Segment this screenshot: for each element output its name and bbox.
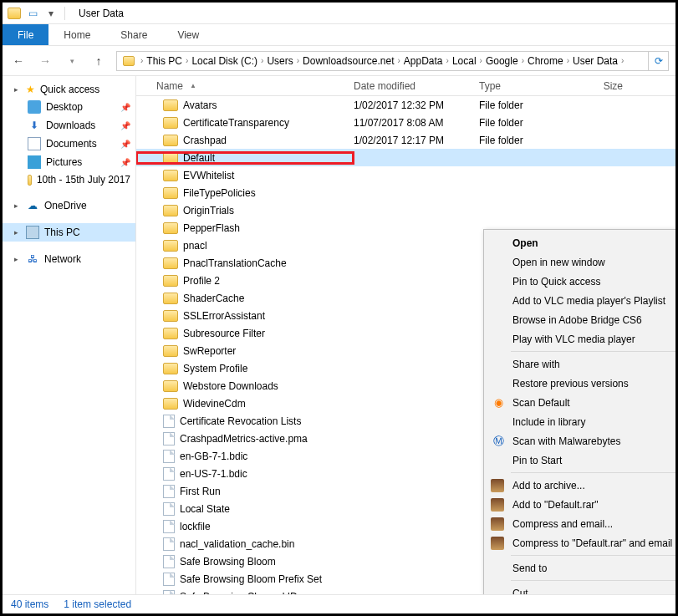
breadcrumb-part[interactable]: Downloadsource.net (303, 55, 394, 67)
file-icon (163, 467, 175, 481)
breadcrumb-part[interactable]: Chrome (528, 55, 563, 67)
refresh-button[interactable]: ⟳ (649, 51, 669, 71)
file-name: Certificate Revocation Lists (180, 415, 301, 427)
chevron-right-icon[interactable]: › (480, 56, 482, 65)
avast-icon: ◉ (491, 395, 506, 410)
chevron-right-icon[interactable]: › (297, 56, 299, 65)
tab-home[interactable]: Home (48, 24, 105, 45)
network-icon: 🖧 (26, 252, 39, 266)
column-headers[interactable]: Name▲ Date modified Type Size (136, 76, 675, 96)
menu-item-label: Add to "Default.rar" (512, 499, 599, 511)
menu-item[interactable]: Browse in Adobe Bridge CS6 (486, 310, 675, 329)
file-icon (163, 555, 175, 568)
breadcrumb-part[interactable]: Local (452, 55, 477, 67)
menu-item[interactable]: Restore previous versions (486, 374, 675, 393)
menu-item[interactable]: Include in library▶ (486, 412, 675, 431)
file-row[interactable]: Crashpad1/02/2017 12:17 PMFile folder (136, 131, 675, 149)
chevron-right-icon[interactable]: › (446, 56, 449, 65)
file-icon (163, 450, 175, 463)
divider (64, 7, 65, 20)
breadcrumb-part[interactable]: Local Disk (C:) (191, 55, 257, 67)
menu-item[interactable]: Open (486, 233, 675, 252)
menu-item[interactable]: Share with▶ (486, 354, 675, 374)
breadcrumb-part[interactable]: Users (267, 55, 293, 67)
menu-item[interactable]: ⓂScan with Malwarebytes (486, 431, 675, 451)
chevron-right-icon[interactable]: › (522, 56, 524, 65)
menu-item[interactable]: Send to▶ (486, 558, 675, 578)
menu-item[interactable]: Cut (486, 583, 675, 594)
file-name: nacl_validation_cache.bin (180, 538, 294, 550)
col-type[interactable]: Type (479, 80, 563, 92)
sidebar-item[interactable]: 10th - 15th July 2017 (3, 171, 135, 188)
chevron-right-icon[interactable]: › (261, 56, 263, 65)
file-row[interactable]: CertificateTransparency11/07/2017 8:08 A… (136, 114, 675, 131)
menu-item[interactable]: Add to VLC media player's Playlist (486, 291, 675, 310)
menu-item[interactable]: Open in new window (486, 252, 675, 272)
up-button[interactable]: ↑ (89, 52, 108, 70)
folder-icon (163, 328, 178, 339)
menu-item[interactable]: Add to archive... (486, 476, 675, 495)
sidebar-network[interactable]: ▸🖧 Network (3, 250, 135, 268)
file-row[interactable]: Default (136, 149, 675, 166)
sidebar-quick-access[interactable]: ▸★ Quick access (3, 81, 135, 98)
menu-separator (511, 555, 675, 556)
ribbon-tabs: File Home Share View (3, 24, 675, 46)
rar-icon (491, 517, 504, 531)
breadcrumb-part[interactable]: User Data (573, 55, 618, 67)
sidebar-this-pc[interactable]: ▸ This PC (3, 223, 135, 242)
breadcrumb[interactable]: › This PC›Local Disk (C:)›Users›Download… (116, 51, 649, 71)
menu-item[interactable]: Pin to Quick access (486, 272, 675, 291)
menu-item-label: Pin to Quick access (512, 276, 600, 288)
qat-properties-icon[interactable]: ▭ (24, 5, 41, 22)
tab-share[interactable]: Share (105, 24, 162, 45)
qat-dropdown-icon[interactable]: ▾ (43, 5, 59, 22)
breadcrumb-part[interactable]: This PC (146, 55, 182, 67)
col-size[interactable]: Size (563, 80, 630, 92)
menu-item[interactable]: Pin to Start (486, 451, 675, 470)
doc-icon (28, 137, 41, 150)
folder-icon (163, 152, 178, 164)
file-name: System Profile (183, 363, 247, 374)
file-row[interactable]: FileTypePolicies (136, 184, 675, 201)
back-button[interactable]: ← (9, 52, 28, 70)
onedrive-icon: ☁ (26, 199, 39, 212)
menu-item[interactable]: Add to "Default.rar" (486, 495, 675, 514)
file-row[interactable]: OriginTrials (136, 201, 675, 219)
sidebar-onedrive[interactable]: ▸☁ OneDrive (3, 196, 135, 215)
sidebar-item[interactable]: Documents📌 (3, 135, 135, 153)
sidebar-label: This PC (44, 227, 80, 238)
file-name: Profile 2 (183, 275, 220, 287)
folder-icon (163, 275, 178, 287)
tab-view[interactable]: View (162, 24, 214, 45)
chevron-right-icon[interactable]: › (567, 56, 569, 65)
chevron-right-icon[interactable]: › (140, 56, 143, 65)
menu-separator (511, 472, 675, 473)
chevron-right-icon[interactable]: › (621, 56, 624, 65)
chevron-right-icon[interactable]: › (186, 56, 188, 65)
breadcrumb-part[interactable]: Google (486, 55, 518, 67)
file-tab[interactable]: File (3, 24, 48, 45)
sidebar-item[interactable]: Pictures📌 (3, 153, 135, 171)
col-date[interactable]: Date modified (354, 80, 479, 92)
sidebar-item[interactable]: ⬇Downloads📌 (3, 116, 135, 135)
folder-icon (163, 170, 178, 181)
menu-item[interactable]: ◉Scan Default (486, 393, 675, 412)
file-row[interactable]: EVWhitelist (136, 166, 675, 184)
file-icon (163, 520, 175, 533)
file-name: en-US-7-1.bdic (180, 468, 247, 480)
breadcrumb-part[interactable]: AppData (404, 55, 443, 67)
menu-item[interactable]: Play with VLC media player (486, 329, 675, 349)
file-name: SSLErrorAssistant (183, 310, 265, 322)
sidebar-item[interactable]: Desktop📌 (3, 98, 135, 116)
sort-asc-icon: ▲ (190, 82, 196, 89)
chevron-right-icon[interactable]: › (398, 56, 400, 65)
recent-dropdown[interactable]: ▾ (63, 52, 81, 70)
file-name: EVWhitelist (183, 170, 234, 181)
menu-item[interactable]: Compress and email... (486, 514, 675, 533)
forward-button[interactable]: → (36, 52, 54, 70)
menu-item[interactable]: Compress to "Default.rar" and email (486, 533, 675, 552)
sidebar-item-label: Documents (46, 138, 97, 150)
col-name[interactable]: Name▲ (136, 80, 354, 92)
file-row[interactable]: Avatars1/02/2017 12:32 PMFile folder (136, 96, 675, 114)
file-name: Safe Browsing Bloom (180, 556, 276, 568)
